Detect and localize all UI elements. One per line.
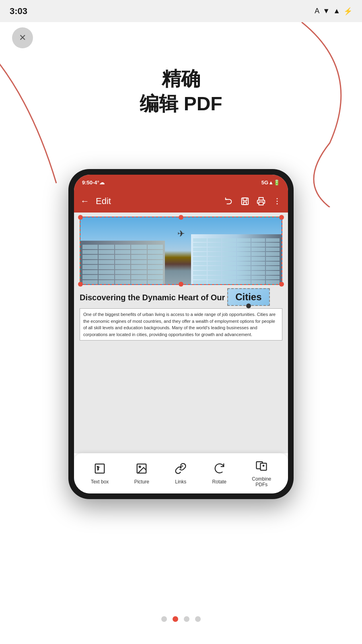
- airplane-icon: ✈: [177, 229, 185, 239]
- dot-1[interactable]: [161, 616, 167, 622]
- svg-rect-0: [242, 198, 249, 205]
- cities-resize-handle[interactable]: [246, 303, 251, 308]
- svg-rect-2: [243, 202, 246, 204]
- heading-line1: 精确: [162, 68, 200, 89]
- svg-point-5: [277, 201, 278, 202]
- cities-text-box-container: Cities: [227, 288, 269, 306]
- svg-point-6: [277, 203, 278, 204]
- windows-left: [82, 245, 163, 284]
- toolbar-action-icons: [224, 197, 282, 206]
- dot-2-active[interactable]: [173, 616, 178, 622]
- toolbar-item-links[interactable]: Links: [175, 462, 187, 485]
- signal-icon: ▲: [333, 7, 340, 15]
- phone-bottom-toolbar: T Text box Picture: [74, 453, 288, 493]
- wifi-icon: ▼: [323, 7, 330, 15]
- combine-pdfs-icon: [255, 460, 267, 475]
- building-sky-image: ✈: [80, 217, 282, 284]
- pdf-content: ✈ Discovering the Dynamic Heart of Our: [74, 213, 288, 453]
- dot-3[interactable]: [184, 616, 189, 622]
- handle-bottom-middle[interactable]: [179, 282, 183, 287]
- phone-shell: 9:50 -4° ☁ 5G ▲ 🔋 ← Edit: [68, 169, 294, 499]
- page-dots: [161, 616, 201, 622]
- undo-icon[interactable]: [224, 197, 233, 206]
- handle-top-right[interactable]: [279, 215, 284, 220]
- phone-signal-label: 5G: [261, 180, 268, 186]
- more-icon[interactable]: [273, 197, 282, 206]
- toolbar-title: Edit: [96, 196, 220, 206]
- dot-4[interactable]: [195, 616, 201, 622]
- rotate-icon: [213, 462, 225, 477]
- close-icon: ✕: [19, 33, 26, 43]
- toolbar-item-rotate[interactable]: Rotate: [212, 462, 226, 485]
- handle-bottom-right[interactable]: [279, 282, 284, 287]
- close-button[interactable]: ✕: [12, 27, 33, 48]
- save-icon[interactable]: [241, 197, 249, 206]
- links-icon: [175, 462, 187, 477]
- phone-screen: 9:50 -4° ☁ 5G ▲ 🔋 ← Edit: [74, 175, 288, 493]
- rotate-label: Rotate: [212, 479, 226, 485]
- pdf-paragraph: One of the biggest benefits of urban liv…: [80, 308, 282, 341]
- svg-text:T: T: [97, 466, 100, 471]
- toolbar-item-text-box[interactable]: T Text box: [91, 462, 109, 485]
- back-button[interactable]: ←: [80, 196, 89, 206]
- keyboard-indicator: A: [315, 7, 319, 15]
- handle-top-middle[interactable]: [179, 215, 183, 220]
- phone-mockup: 9:50 -4° ☁ 5G ▲ 🔋 ← Edit: [68, 169, 294, 499]
- building-left: [80, 241, 165, 284]
- status-bar: 3:03 A ▼ ▲ ⚡: [0, 0, 362, 22]
- svg-rect-3: [259, 202, 263, 205]
- svg-rect-1: [243, 198, 247, 200]
- pdf-text-area: Discovering the Dynamic Heart of Our Cit…: [74, 285, 288, 341]
- handle-top-left[interactable]: [78, 215, 83, 220]
- heading-line2: 编辑 PDF: [140, 93, 222, 114]
- phone-time: 9:50: [82, 180, 93, 186]
- links-label: Links: [175, 479, 186, 485]
- text-box-icon: T: [94, 462, 106, 477]
- svg-point-13: [139, 466, 141, 467]
- pdf-image-selected: ✈: [80, 217, 282, 285]
- phone-temp: -4°: [93, 180, 99, 186]
- toolbar-item-combine-pdfs[interactable]: CombinePDFs: [252, 460, 271, 487]
- phone-cloud-icon: ☁: [99, 180, 105, 186]
- svg-point-4: [277, 198, 278, 199]
- combine-pdfs-label: CombinePDFs: [252, 476, 271, 487]
- main-heading: 精确 编辑 PDF: [0, 66, 362, 117]
- picture-label: Picture: [134, 479, 149, 485]
- phone-battery: 🔋: [274, 180, 280, 186]
- print-icon[interactable]: [257, 197, 265, 206]
- phone-status-bar: 9:50 -4° ☁ 5G ▲ 🔋: [74, 175, 288, 190]
- status-icons: A ▼ ▲ ⚡: [315, 7, 352, 16]
- picture-icon: [136, 462, 148, 477]
- phone-signal-bars: ▲: [268, 180, 274, 186]
- phone-toolbar: ← Edit: [74, 190, 288, 213]
- text-box-label: Text box: [91, 479, 109, 485]
- status-time: 3:03: [10, 6, 27, 17]
- windows-right: [193, 238, 280, 285]
- pdf-heading: Discovering the Dynamic Heart of Our: [80, 292, 225, 303]
- toolbar-item-picture[interactable]: Picture: [134, 462, 149, 485]
- handle-bottom-left[interactable]: [78, 282, 83, 287]
- building-right: [191, 234, 282, 285]
- battery-icon: ⚡: [343, 7, 352, 16]
